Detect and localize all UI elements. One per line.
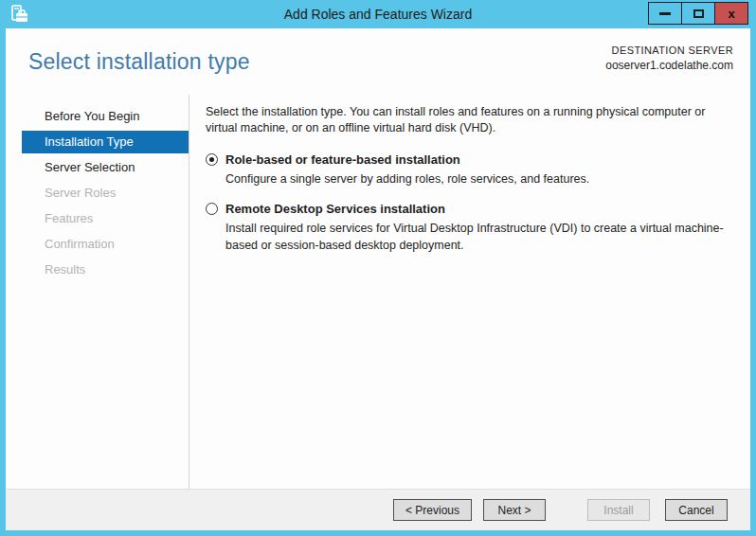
previous-button[interactable]: < Previous	[393, 499, 472, 521]
page-title: Select installation type	[28, 49, 250, 75]
option-remote-desktop-radio-row[interactable]: Remote Desktop Services installation	[206, 202, 737, 216]
sidebar-item-server-roles: Server Roles	[22, 182, 189, 205]
close-icon: x	[728, 8, 734, 20]
sidebar-item-installation-type[interactable]: Installation Type	[22, 131, 189, 153]
wizard-steps-sidebar: Before You Begin Installation Type Serve…	[6, 95, 189, 489]
window-title: Add Roles and Features Wizard	[284, 7, 472, 22]
next-button[interactable]: Next >	[483, 499, 546, 521]
sidebar-item-results: Results	[22, 259, 189, 281]
destination-block: DESTINATION SERVER ooserver1.codelathe.c…	[605, 45, 733, 72]
wizard-header: Select installation type DESTINATION SER…	[6, 28, 750, 95]
maximize-button[interactable]	[681, 2, 715, 25]
option-remote-desktop: Remote Desktop Services installation Ins…	[206, 202, 737, 254]
close-button[interactable]: x	[714, 2, 748, 25]
wizard-footer: < Previous Next > Install Cancel	[6, 489, 750, 530]
wizard-window: Add Roles and Features Wizard x Select i…	[0, 0, 756, 536]
install-button: Install	[587, 499, 650, 521]
titlebar: Add Roles and Features Wizard x	[0, 0, 756, 28]
wizard-panel: Select installation type DESTINATION SER…	[6, 28, 750, 530]
sidebar-item-before-you-begin[interactable]: Before You Begin	[22, 105, 189, 128]
sidebar-item-features: Features	[22, 207, 189, 230]
destination-label: DESTINATION SERVER	[605, 45, 733, 56]
radio-role-based-icon[interactable]	[206, 153, 218, 166]
minimize-button[interactable]	[648, 2, 682, 25]
minimize-icon	[659, 12, 671, 15]
option-remote-desktop-label: Remote Desktop Services installation	[225, 202, 445, 216]
option-role-based-description: Configure a single server by adding role…	[225, 170, 737, 188]
option-remote-desktop-description: Install required role services for Virtu…	[225, 220, 737, 254]
window-controls: x	[649, 2, 748, 25]
option-role-based-radio-row[interactable]: Role-based or feature-based installation	[206, 152, 737, 167]
radio-remote-desktop-icon[interactable]	[206, 203, 218, 215]
installation-options: Role-based or feature-based installation…	[206, 152, 737, 254]
maximize-icon	[693, 9, 704, 18]
option-role-based: Role-based or feature-based installation…	[206, 152, 737, 188]
wizard-content: Select the installation type. You can in…	[189, 95, 750, 489]
server-manager-icon	[9, 5, 30, 26]
cancel-button[interactable]: Cancel	[665, 499, 728, 521]
destination-server: ooserver1.codelathe.com	[605, 59, 733, 72]
sidebar-item-confirmation: Confirmation	[22, 233, 189, 256]
option-role-based-label: Role-based or feature-based installation	[225, 152, 460, 167]
wizard-main: Before You Begin Installation Type Serve…	[6, 95, 750, 489]
sidebar-item-server-selection[interactable]: Server Selection	[22, 156, 189, 179]
intro-text: Select the installation type. You can in…	[206, 104, 737, 136]
